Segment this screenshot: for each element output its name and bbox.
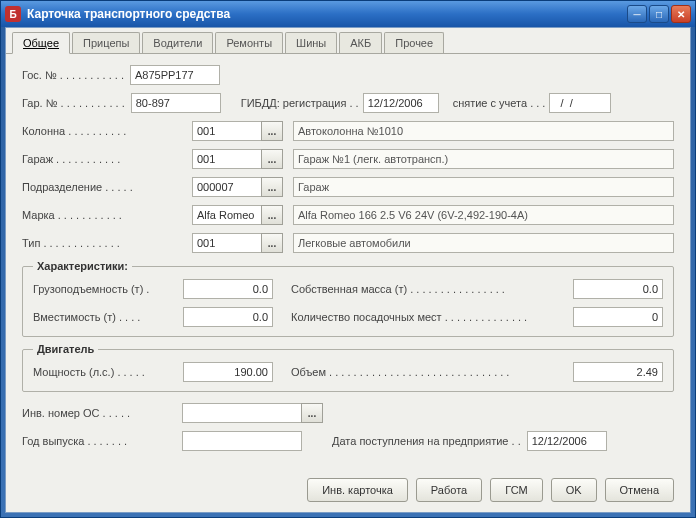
inv-card-button[interactable]: Инв. карточка — [307, 478, 408, 502]
cancel-button[interactable]: Отмена — [605, 478, 674, 502]
engine-legend: Двигатель — [33, 343, 98, 355]
kolonna-code-input[interactable] — [192, 121, 262, 141]
work-button[interactable]: Работа — [416, 478, 482, 502]
label-volume: Объем . . . . . . . . . . . . . . . . . … — [291, 366, 573, 378]
power-input[interactable] — [183, 362, 273, 382]
gar-no-input[interactable] — [131, 93, 221, 113]
label-inv-os: Инв. номер ОС . . . . . — [22, 407, 182, 419]
label-own-mass: Собственная масса (т) . . . . . . . . . … — [291, 283, 573, 295]
kolonna-lookup-button[interactable]: ... — [261, 121, 283, 141]
reg-date-input[interactable] — [363, 93, 439, 113]
subdivision-name-display — [293, 177, 674, 197]
label-power: Мощность (л.с.) . . . . . — [33, 366, 183, 378]
label-load: Грузоподъемность (т) . — [33, 283, 183, 295]
characteristics-group: Характеристики: Грузоподъемность (т) . С… — [22, 260, 674, 337]
brand-code-input[interactable] — [192, 205, 262, 225]
tab-other[interactable]: Прочее — [384, 32, 444, 53]
close-button[interactable]: ✕ — [671, 5, 691, 23]
tab-general[interactable]: Общее — [12, 32, 70, 54]
titlebar[interactable]: Б Карточка транспортного средства ─ □ ✕ — [1, 1, 695, 27]
label-year: Год выпуска . . . . . . . — [22, 435, 182, 447]
fuel-button[interactable]: ГСМ — [490, 478, 542, 502]
own-mass-input[interactable] — [573, 279, 663, 299]
garage-name-display — [293, 149, 674, 169]
brand-lookup-button[interactable]: ... — [261, 205, 283, 225]
tab-trailers[interactable]: Прицепы — [72, 32, 140, 53]
window-title: Карточка транспортного средства — [27, 7, 627, 21]
type-code-input[interactable] — [192, 233, 262, 253]
ok-button[interactable]: OK — [551, 478, 597, 502]
tab-content: Гос. № . . . . . . . . . . . Гар. № . . … — [6, 54, 690, 468]
label-garage: Гараж . . . . . . . . . . . — [22, 153, 192, 165]
subdivision-lookup-button[interactable]: ... — [261, 177, 283, 197]
type-lookup-button[interactable]: ... — [261, 233, 283, 253]
label-type: Тип . . . . . . . . . . . . . — [22, 237, 192, 249]
label-deregister: снятие с учета . . . — [453, 97, 546, 109]
volume-input[interactable] — [573, 362, 663, 382]
label-enroll-date: Дата поступления на предприятие . . — [332, 435, 521, 447]
tab-bar: Общее Прицепы Водители Ремонты Шины АКБ … — [6, 28, 690, 54]
inv-os-lookup-button[interactable]: ... — [301, 403, 323, 423]
vehicle-card-window: Б Карточка транспортного средства ─ □ ✕ … — [0, 0, 696, 518]
engine-group: Двигатель Мощность (л.с.) . . . . . Объе… — [22, 343, 674, 392]
maximize-button[interactable]: □ — [649, 5, 669, 23]
year-input[interactable] — [182, 431, 302, 451]
label-subdivision: Подразделение . . . . . — [22, 181, 192, 193]
garage-lookup-button[interactable]: ... — [261, 149, 283, 169]
dereg-date-input[interactable] — [549, 93, 611, 113]
capacity-input[interactable] — [183, 307, 273, 327]
seats-input[interactable] — [573, 307, 663, 327]
label-gar-no: Гар. № . . . . . . . . . . . — [22, 97, 125, 109]
subdivision-code-input[interactable] — [192, 177, 262, 197]
kolonna-name-display — [293, 121, 674, 141]
tab-tires[interactable]: Шины — [285, 32, 337, 53]
client-area: Общее Прицепы Водители Ремонты Шины АКБ … — [5, 27, 691, 513]
tab-battery[interactable]: АКБ — [339, 32, 382, 53]
label-gos-no: Гос. № . . . . . . . . . . . — [22, 69, 124, 81]
button-bar: Инв. карточка Работа ГСМ OK Отмена — [307, 478, 674, 502]
load-input[interactable] — [183, 279, 273, 299]
garage-code-input[interactable] — [192, 149, 262, 169]
tab-drivers[interactable]: Водители — [142, 32, 213, 53]
characteristics-legend: Характеристики: — [33, 260, 132, 272]
label-seats: Количество посадочных мест . . . . . . .… — [291, 311, 573, 323]
label-gibdd-reg: ГИБДД: регистрация . . — [241, 97, 359, 109]
inv-os-input[interactable] — [182, 403, 302, 423]
tab-repairs[interactable]: Ремонты — [215, 32, 283, 53]
app-icon: Б — [5, 6, 21, 22]
label-kolonna: Колонна . . . . . . . . . . — [22, 125, 192, 137]
minimize-button[interactable]: ─ — [627, 5, 647, 23]
type-name-display — [293, 233, 674, 253]
enroll-date-input[interactable] — [527, 431, 607, 451]
label-capacity: Вместимость (т) . . . . — [33, 311, 183, 323]
gos-no-input[interactable] — [130, 65, 220, 85]
label-brand: Марка . . . . . . . . . . . — [22, 209, 192, 221]
brand-name-display — [293, 205, 674, 225]
